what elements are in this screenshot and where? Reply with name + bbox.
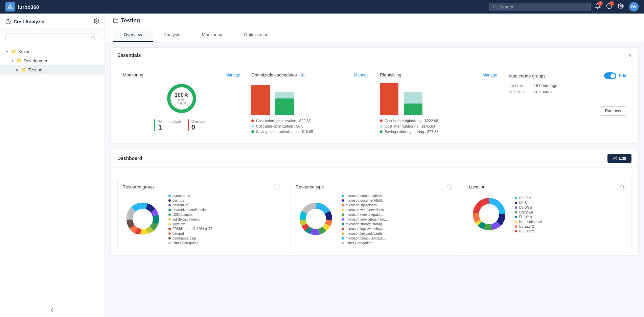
legend-dot (168, 228, 171, 230)
legend-dot (251, 125, 254, 128)
app-logo[interactable]: turbo360 (5, 2, 39, 12)
location-chart: Location i (464, 179, 631, 250)
last-run-label: Last run (508, 83, 529, 88)
sidebar-search-input[interactable] (9, 35, 89, 40)
settings-icon[interactable] (618, 3, 624, 10)
legend-item: sl360apiapps (168, 213, 216, 217)
legend-item: microsoft.documentdb/d... (342, 199, 387, 202)
svg-line-11 (94, 39, 95, 39)
auto-create-header: Auto create groups Edit (508, 72, 626, 79)
info-icon[interactable]: i (274, 184, 280, 190)
sidebar-collapse: ❮ (0, 302, 105, 317)
legend-dot (380, 130, 383, 133)
legend-dot (342, 237, 344, 240)
monitoring-manage-link[interactable]: Manage (226, 73, 240, 77)
dashboard-title: Dashboard (117, 156, 142, 161)
tab-monitoring[interactable]: Monitoring (191, 28, 233, 42)
sidebar-settings-icon[interactable] (94, 18, 99, 25)
svg-point-16 (479, 204, 499, 224)
legend-label: UK South (519, 201, 533, 205)
user-avatar[interactable]: DV (629, 2, 639, 12)
search-bar[interactable] (489, 3, 591, 11)
info-icon[interactable]: i (447, 184, 453, 190)
rightsizing-header: Rightsizing Manage (380, 72, 497, 77)
legend-dot (168, 204, 171, 206)
legend-dot (515, 221, 517, 223)
chart-card-header: Location i (469, 184, 626, 190)
chart-title: Location (469, 184, 485, 189)
legend-item: US East (515, 196, 542, 200)
legend-label: bamprd (172, 232, 184, 235)
rightsizing-legend: Cost before rightsizing : $222.98 Cost a… (380, 119, 439, 134)
tree-label: Kovai (18, 49, 29, 54)
dashboard-edit-button[interactable]: Edit (607, 154, 631, 163)
legend-item: bamprd (168, 232, 216, 235)
sidebar-item-development[interactable]: ▼ 📁 Development (0, 56, 105, 65)
legend-item: bamonboarding (168, 236, 216, 240)
optimization-badge: 1 (299, 73, 305, 77)
legend-dot (515, 225, 517, 228)
legend-label: US Central (519, 229, 535, 233)
legend-text: Cost before optimization : $22.85 (256, 119, 310, 123)
legend-dot (168, 237, 171, 240)
search-input[interactable] (499, 4, 587, 9)
chart-content: microsoft.compute/disks microsoft.docume… (296, 194, 453, 245)
legend-item: microsoft.network/publi... (342, 213, 387, 217)
bar-after-light (404, 92, 422, 104)
auto-create-toggle[interactable] (604, 72, 616, 79)
chart-card-header: Resource group i (122, 184, 280, 190)
pie-chart (122, 199, 163, 240)
notifications-icon[interactable]: 3 (595, 3, 601, 10)
alerts-icon[interactable]: 1 (606, 3, 612, 10)
auto-create-edit-link[interactable]: Edit (619, 73, 626, 78)
next-run-row: Next run : In 7 hours (508, 89, 626, 94)
logo-icon (5, 2, 15, 12)
svg-point-9 (96, 20, 97, 22)
optimization-manage-link[interactable]: Manage (354, 73, 369, 77)
tab-overview[interactable]: Overview (113, 28, 153, 42)
sidebar-item-kovai[interactable]: ▼ 📁 Kovai (0, 47, 105, 56)
rightsizing-manage-link[interactable]: Manage (483, 73, 497, 77)
legend-item: UK South (515, 201, 542, 205)
rightsizing-label: Rightsizing (380, 72, 401, 77)
optimization-legend: Cost before optimization : $22.85 Cost a… (251, 119, 313, 134)
overspent-label: Overspent (191, 119, 209, 123)
donut-sub-label: within budget (173, 98, 190, 105)
sidebar-search-icon (91, 36, 95, 40)
legend-text: Cost after rightsizing : $145.63 (385, 124, 435, 128)
overspent-stat: Overspent 0 (188, 119, 209, 131)
info-icon[interactable]: i (620, 184, 626, 190)
essentials-collapse-icon[interactable]: ∧ (628, 52, 631, 58)
bar-after-light (275, 92, 294, 98)
topnav: turbo360 3 1 DV (0, 0, 644, 14)
legend-item: $system (168, 222, 216, 226)
sidebar-search[interactable] (5, 33, 99, 42)
bar-before-opt (251, 85, 270, 115)
legend-label: US East 2 (519, 225, 534, 228)
tab-optimization[interactable]: Optimization (233, 28, 279, 42)
tree-label: Development (24, 58, 50, 63)
legend-item: dharanivm-confidential (168, 208, 216, 212)
donut-chart: 100% within budget (165, 82, 199, 115)
tab-analysis[interactable]: Analysis (153, 28, 191, 42)
bar-after-dark (404, 104, 422, 115)
legend-label: Unknown (519, 210, 533, 214)
legend-item: US West (515, 206, 542, 209)
legend-label: Other Categories (346, 241, 371, 245)
optimization-panel: Optimization schedules 1 Manage (246, 68, 374, 138)
collapse-sidebar-button[interactable]: ❮ (48, 305, 57, 314)
essentials-header: Essentials ∧ (111, 48, 638, 63)
topnav-actions: 3 1 DV (595, 2, 639, 12)
legend-dot (380, 125, 383, 128)
folder-page-icon (113, 18, 118, 23)
resource-group-chart: Resource group i (117, 179, 285, 250)
dashboard-content: Resource group i (111, 168, 638, 255)
legend-label: microsoft.documentdb/d... (346, 199, 385, 202)
optimization-header: Optimization schedules 1 Manage (251, 72, 369, 77)
legend-label: US East (519, 196, 531, 200)
chart-legend: US East UK South US West Unknown EU West… (515, 196, 542, 233)
sidebar-item-testing[interactable]: ▶ 📁 Testing (0, 65, 105, 74)
bar-after-right (404, 92, 422, 115)
svg-point-7 (620, 5, 622, 7)
run-now-button[interactable]: Run now (600, 106, 626, 116)
